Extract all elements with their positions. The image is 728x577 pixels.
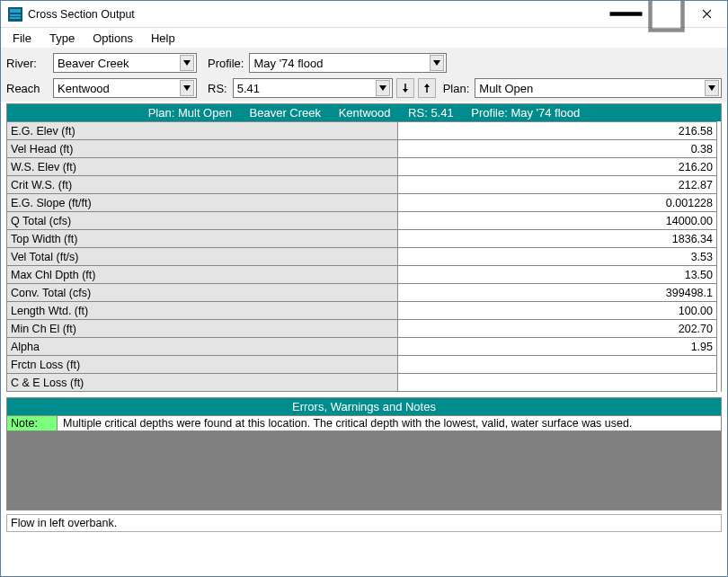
summary-row: Vel Head (ft)0.38 (7, 140, 717, 158)
rs-down-button[interactable] (396, 78, 414, 98)
summary-row: C & E Loss (ft) (7, 374, 717, 392)
summary-val: 0.38 (397, 140, 717, 158)
summary-key: Conv. Total (cfs) (7, 284, 398, 302)
element-table: Element Left OB Channel Right OB Wt. n-V… (721, 121, 722, 392)
summary-val: 100.00 (397, 302, 717, 320)
chevron-down-icon (180, 80, 194, 96)
plan-combo[interactable]: Mult Open (475, 78, 722, 98)
summary-row: Frctn Loss (ft) (7, 356, 717, 374)
menu-file[interactable]: File (4, 30, 40, 47)
menu-type[interactable]: Type (41, 30, 83, 47)
summary-key: Length Wtd. (ft) (7, 302, 398, 320)
ewn-empty-area (6, 431, 722, 510)
river-label: River: (6, 57, 49, 70)
profile-value: May '74 flood (253, 57, 323, 70)
reach-combo[interactable]: Kentwood (53, 78, 197, 98)
summary-val (397, 356, 717, 374)
svg-marker-13 (403, 89, 408, 93)
summary-val: 212.87 (397, 176, 717, 194)
menu-options[interactable]: Options (84, 30, 141, 47)
summary-val: 13.50 (397, 266, 717, 284)
summary-val (397, 374, 717, 392)
svg-marker-16 (708, 85, 715, 91)
summary-row: Top Width (ft)1836.34 (7, 230, 717, 248)
plan-value: Mult Open (479, 82, 533, 95)
hdr-profile: Profile: May '74 flood (464, 106, 587, 120)
hdr-river: Beaver Creek (243, 106, 328, 120)
summary-row: W.S. Elev (ft)216.20 (7, 158, 717, 176)
summary-key: Q Total (cfs) (7, 212, 398, 230)
minimize-button[interactable] (606, 1, 646, 27)
summary-val: 216.20 (397, 158, 717, 176)
svg-rect-2 (10, 14, 21, 16)
profile-combo[interactable]: May '74 flood (249, 53, 447, 73)
summary-key: Crit W.S. (ft) (7, 176, 398, 194)
summary-key: W.S. Elev (ft) (7, 158, 398, 176)
summary-key: E.G. Slope (ft/ft) (7, 194, 398, 212)
app-icon (8, 7, 22, 22)
note-row: Note: Multiple critical depths were foun… (6, 416, 722, 431)
summary-key: Min Ch El (ft) (7, 320, 398, 338)
summary-val: 399498.1 (397, 284, 717, 302)
river-value: Beaver Creek (58, 57, 129, 70)
chevron-down-icon (430, 55, 444, 71)
rs-value: 5.41 (237, 82, 260, 95)
summary-row: E.G. Elev (ft)216.58 (7, 122, 717, 140)
summary-key: C & E Loss (ft) (7, 374, 398, 392)
summary-val: 202.70 (397, 320, 717, 338)
summary-val: 3.53 (397, 248, 717, 266)
rs-up-button[interactable] (418, 78, 436, 98)
plan-label: Plan: (439, 82, 472, 95)
summary-row: Min Ch El (ft)202.70 (7, 320, 717, 338)
summary-row: Length Wtd. (ft)100.00 (7, 302, 717, 320)
summary-key: E.G. Elev (ft) (7, 122, 398, 140)
ewn-header: Errors, Warnings and Notes (6, 397, 722, 416)
summary-key: Max Chl Dpth (ft) (7, 266, 398, 284)
data-area: E.G. Elev (ft)216.58Vel Head (ft)0.38W.S… (1, 121, 727, 392)
window-title: Cross Section Output (28, 8, 135, 21)
summary-val: 1.95 (397, 338, 717, 356)
summary-key: Vel Head (ft) (7, 140, 398, 158)
svg-rect-1 (10, 9, 21, 13)
summary-val: 216.58 (397, 122, 717, 140)
svg-rect-5 (651, 0, 683, 31)
reach-value: Kentwood (58, 82, 110, 95)
menu-help[interactable]: Help (143, 30, 183, 47)
selector-panel: River: Beaver Creek Profile: May '74 flo… (1, 48, 727, 102)
svg-marker-9 (433, 60, 440, 66)
rs-combo[interactable]: 5.41 (233, 78, 393, 98)
summary-row: Q Total (cfs)14000.00 (7, 212, 717, 230)
summary-row: Conv. Total (cfs)399498.1 (7, 284, 717, 302)
titlebar: Cross Section Output (1, 1, 727, 28)
maximize-button[interactable] (646, 1, 687, 27)
summary-val: 0.001228 (397, 194, 717, 212)
summary-row: Max Chl Dpth (ft)13.50 (7, 266, 717, 284)
summary-key: Top Width (ft) (7, 230, 398, 248)
hdr-reach: Kentwood (332, 106, 398, 120)
summary-table: E.G. Elev (ft)216.58Vel Head (ft)0.38W.S… (6, 121, 717, 392)
summary-val: 14000.00 (397, 212, 717, 230)
svg-marker-10 (183, 85, 191, 91)
hdr-plan: Plan: Mult Open (141, 106, 239, 120)
rs-label: RS: (200, 82, 229, 95)
summary-row: Vel Total (ft/s)3.53 (7, 248, 717, 266)
svg-rect-3 (10, 17, 21, 19)
close-button[interactable] (687, 1, 727, 27)
svg-marker-11 (379, 85, 386, 91)
summary-row: Alpha1.95 (7, 338, 717, 356)
note-text: Multiple critical depths were found at t… (58, 416, 721, 431)
summary-row: Crit W.S. (ft)212.87 (7, 176, 717, 194)
svg-marker-15 (424, 84, 430, 87)
hdr-rs: RS: 5.41 (401, 106, 461, 120)
chevron-down-icon (180, 55, 194, 71)
reach-label: Reach (6, 82, 49, 95)
summary-key: Alpha (7, 338, 398, 356)
context-header: Plan: Mult Open Beaver Creek Kentwood RS… (6, 103, 722, 121)
summary-key: Frctn Loss (ft) (7, 356, 398, 374)
river-combo[interactable]: Beaver Creek (53, 53, 197, 73)
svg-marker-8 (183, 60, 191, 66)
chevron-down-icon (705, 80, 719, 96)
summary-val: 1836.34 (397, 230, 717, 248)
summary-key: Vel Total (ft/s) (7, 248, 398, 266)
summary-row: E.G. Slope (ft/ft)0.001228 (7, 194, 717, 212)
